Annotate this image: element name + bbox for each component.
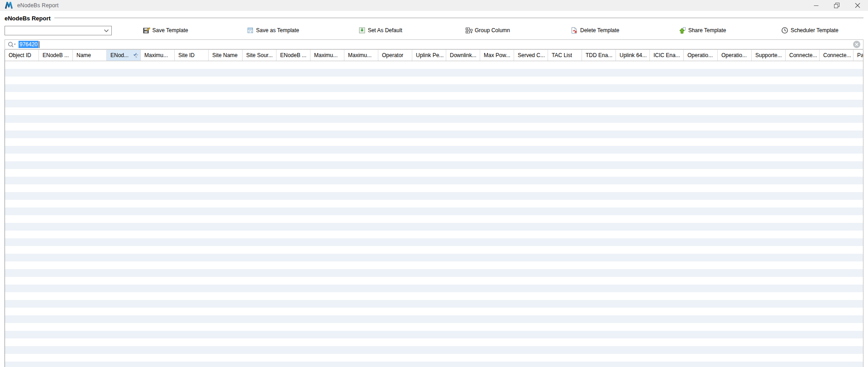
column-header-label: Uplink 64... (620, 52, 647, 58)
window-title: eNodeBs Report (17, 2, 59, 9)
column-header-label: TDD Ena... (586, 52, 612, 58)
chevron-down-icon (104, 26, 109, 34)
column-header-supporte-22[interactable]: Supporte... (752, 50, 786, 61)
share-template-button[interactable]: Share Template (649, 27, 756, 34)
column-header-label: Par... (857, 52, 863, 58)
toolbar-button-label: Save as Template (256, 27, 299, 34)
column-header-max-pow-14[interactable]: Max Pow... (480, 50, 514, 61)
save-template-button[interactable]: Save Template (112, 27, 219, 34)
column-header-maximu-4[interactable]: Maximu... (141, 50, 175, 61)
column-header-label: Site ID (178, 52, 195, 58)
column-header-label: ICIC Ena... (653, 52, 680, 58)
scheduler-template-button[interactable]: Scheduler Template (756, 27, 863, 34)
column-header-icic-ena-19[interactable]: ICIC Ena... (650, 50, 684, 61)
toolbar-button-label: Save Template (153, 27, 188, 34)
enodebs-table: Object IDENodeB ...NameENod...Maximu...S… (5, 49, 863, 367)
save-template-icon (143, 27, 150, 34)
search-input[interactable]: 976420 (19, 41, 38, 48)
column-header-object-id-0[interactable]: Object ID (5, 50, 39, 61)
column-header-site-name-6[interactable]: Site Name (209, 50, 243, 61)
column-header-label: Site Name (212, 52, 238, 58)
column-header-label: TAC List (552, 52, 572, 58)
column-header-par-25[interactable]: Par... (854, 50, 863, 61)
toolbar-buttons: Save TemplateSave as TemplateSet As Defa… (112, 27, 863, 34)
column-header-label: Operator (382, 52, 403, 58)
set-as-default-button[interactable]: Set As Default (327, 27, 434, 34)
column-header-operatio-20[interactable]: Operatio... (684, 50, 718, 61)
column-header-label: Name (76, 52, 91, 58)
column-header-enodeb-1[interactable]: ENodeB ... (39, 50, 73, 61)
column-header-tdd-ena-17[interactable]: TDD Ena... (582, 50, 616, 61)
column-header-label: Connecte... (823, 52, 851, 58)
column-header-label: Downlink... (450, 52, 477, 58)
column-header-site-id-5[interactable]: Site ID (175, 50, 209, 61)
page-title: eNodeBs Report (5, 15, 51, 22)
scheduler-template-icon (781, 27, 788, 34)
column-header-label: Uplink Pe... (416, 52, 444, 58)
column-header-maximu-10[interactable]: Maximu... (344, 50, 378, 61)
toolbar-button-label: Scheduler Template (791, 27, 839, 34)
column-header-maximu-9[interactable]: Maximu... (310, 50, 344, 61)
search-icon[interactable] (8, 41, 16, 48)
column-header-downlink-13[interactable]: Downlink... (446, 50, 480, 61)
column-header-tac-list-16[interactable]: TAC List (548, 50, 582, 61)
column-header-enod-3[interactable]: ENod... (107, 50, 141, 61)
save-as-template-icon (247, 27, 254, 34)
toolbar-button-label: Group Column (475, 27, 510, 34)
save-as-template-button[interactable]: Save as Template (219, 27, 326, 34)
toolbar: Save TemplateSave as TemplateSet As Defa… (5, 25, 863, 36)
delete-template-icon (571, 27, 578, 34)
column-header-uplink-64-18[interactable]: Uplink 64... (616, 50, 650, 61)
column-header-label: Operatio... (687, 52, 713, 58)
section-divider (54, 18, 863, 19)
column-header-label: Connecte... (789, 52, 817, 58)
app-window: eNodeBs Report eNodeBs Report (0, 0, 868, 367)
column-header-served-c-15[interactable]: Served C... (514, 50, 548, 61)
app-logo-icon (5, 2, 14, 9)
minimize-icon[interactable] (806, 0, 826, 11)
column-header-label: Operatio... (721, 52, 747, 58)
group-column-icon (465, 27, 472, 34)
group-column-button[interactable]: Group Column (434, 27, 541, 34)
table-header-row: Object IDENodeB ...NameENod...Maximu...S… (5, 50, 863, 61)
column-header-label: Served C... (518, 52, 545, 58)
column-header-label: Supporte... (755, 52, 782, 58)
table-body-empty[interactable] (5, 61, 863, 367)
column-header-site-sour-7[interactable]: Site Sour... (243, 50, 277, 61)
window-controls (806, 0, 868, 11)
column-filter-icon[interactable] (131, 53, 139, 58)
section-header: eNodeBs Report (5, 15, 863, 21)
column-header-label: ENodeB ... (280, 52, 306, 58)
column-header-connecte-23[interactable]: Connecte... (786, 50, 820, 61)
close-icon[interactable] (847, 0, 868, 11)
column-header-label: Max Pow... (484, 52, 510, 58)
column-header-operatio-21[interactable]: Operatio... (718, 50, 752, 61)
column-header-label: Site Sour... (246, 52, 273, 58)
column-header-label: Maximu... (314, 52, 338, 58)
restore-icon[interactable] (826, 0, 847, 11)
column-header-name-2[interactable]: Name (73, 50, 107, 61)
toolbar-button-label: Delete Template (580, 27, 620, 34)
toolbar-button-label: Share Template (688, 27, 726, 34)
column-header-operator-11[interactable]: Operator (378, 50, 412, 61)
column-header-label: Object ID (9, 52, 31, 58)
set-as-default-icon (358, 27, 366, 34)
column-header-label: ENod... (110, 52, 129, 58)
template-select[interactable] (5, 26, 112, 35)
clear-search-icon[interactable] (853, 41, 860, 48)
column-header-enodeb-8[interactable]: ENodeB ... (277, 50, 310, 61)
search-bar[interactable]: 976420 (5, 39, 863, 49)
share-template-icon (679, 27, 686, 34)
toolbar-button-label: Set As Default (368, 27, 402, 34)
delete-template-button[interactable]: Delete Template (541, 27, 649, 34)
column-header-label: ENodeB ... (43, 52, 69, 58)
column-header-uplink-pe-12[interactable]: Uplink Pe... (412, 50, 446, 61)
column-header-connecte-24[interactable]: Connecte... (820, 50, 854, 61)
text-caret (39, 41, 39, 48)
column-header-label: Maximu... (144, 52, 168, 58)
titlebar: eNodeBs Report (0, 0, 868, 11)
column-header-label: Maximu... (348, 52, 372, 58)
